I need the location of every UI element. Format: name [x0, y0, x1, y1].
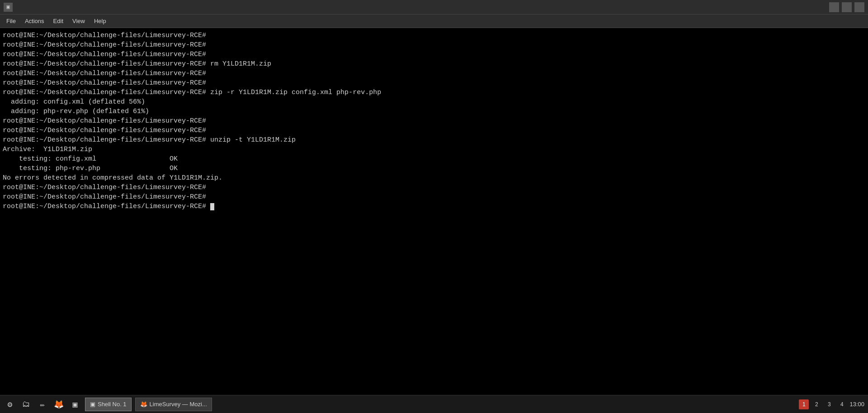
terminal-line: root@INE:~/Desktop/challenge-files/Limes…: [3, 31, 865, 40]
titlebar-left: ▣: [4, 3, 15, 12]
terminal-line: root@INE:~/Desktop/challenge-files/Limes…: [3, 88, 865, 97]
terminal-line: root@INE:~/Desktop/challenge-files/Limes…: [3, 40, 865, 50]
terminal-line: root@INE:~/Desktop/challenge-files/Limes…: [3, 78, 865, 88]
menu-item-edit[interactable]: Edit: [49, 16, 68, 26]
terminal-line: adding: config.xml (deflated 56%): [3, 97, 865, 107]
taskbar: ⚙🗂✏🦊▣▣Shell No. 1🦊LimeSurvey — Mozi... 1…: [0, 395, 868, 413]
workspace-1[interactable]: 1: [799, 399, 809, 409]
titlebar: ▣: [0, 0, 868, 14]
menubar: FileActionsEditViewHelp: [0, 14, 868, 28]
terminal-line: root@INE:~/Desktop/challenge-files/Limes…: [3, 116, 865, 126]
settings-icon[interactable]: ⚙: [4, 398, 16, 411]
taskbar-app-limesurvey-—-mozi...[interactable]: 🦊LimeSurvey — Mozi...: [135, 398, 212, 411]
terminal-line: testing: config.xml OK: [3, 154, 865, 164]
terminal-line: testing: php-rev.php OK: [3, 164, 865, 173]
app-label: LimeSurvey — Mozi...: [150, 401, 207, 408]
terminal-line: root@INE:~/Desktop/challenge-files/Limes…: [3, 135, 865, 145]
menu-item-file[interactable]: File: [2, 16, 20, 26]
taskbar-left: ⚙🗂✏🦊▣▣Shell No. 1🦊LimeSurvey — Mozi...: [4, 398, 212, 411]
app-label: Shell No. 1: [98, 401, 127, 408]
terminal-line: root@INE:~/Desktop/challenge-files/Limes…: [3, 183, 865, 192]
terminal-line: adding: php-rev.php (deflated 61%): [3, 107, 865, 116]
terminal-line: root@INE:~/Desktop/challenge-files/Limes…: [3, 126, 865, 135]
terminal-line: Archive: Y1LD1R1M.zip: [3, 145, 865, 154]
files-icon[interactable]: 🗂: [20, 398, 33, 411]
terminal-line: root@INE:~/Desktop/challenge-files/Limes…: [3, 202, 865, 211]
terminal-line: No errors detected in compressed data of…: [3, 173, 865, 183]
editor-icon[interactable]: ✏: [36, 398, 49, 411]
app-icon: 🦊: [140, 401, 147, 408]
menu-item-view[interactable]: View: [68, 16, 90, 26]
minimize-button[interactable]: [829, 2, 839, 12]
terminal-line: root@INE:~/Desktop/challenge-files/Limes…: [3, 69, 865, 78]
close-button[interactable]: [854, 2, 864, 12]
terminal-window-icon: ▣: [4, 3, 13, 12]
workspace-2[interactable]: 2: [811, 399, 821, 409]
window-controls: [829, 2, 864, 12]
clock: 13:00: [849, 401, 864, 408]
terminal-line: root@INE:~/Desktop/challenge-files/Limes…: [3, 192, 865, 202]
terminal-output[interactable]: root@INE:~/Desktop/challenge-files/Limes…: [0, 28, 868, 395]
firefox-icon[interactable]: 🦊: [52, 398, 65, 411]
menu-item-actions[interactable]: Actions: [20, 16, 49, 26]
terminal-icon[interactable]: ▣: [69, 398, 81, 411]
taskbar-app-shell-no.-1[interactable]: ▣Shell No. 1: [85, 398, 132, 411]
terminal-cursor: [210, 203, 214, 210]
workspace-4[interactable]: 4: [837, 399, 847, 409]
taskbar-right: 123413:00: [799, 399, 864, 409]
terminal-line: root@INE:~/Desktop/challenge-files/Limes…: [3, 59, 865, 69]
menu-item-help[interactable]: Help: [90, 16, 111, 26]
workspace-3[interactable]: 3: [824, 399, 834, 409]
app-icon: ▣: [90, 401, 95, 408]
terminal-line: root@INE:~/Desktop/challenge-files/Limes…: [3, 50, 865, 59]
restore-button[interactable]: [842, 2, 852, 12]
